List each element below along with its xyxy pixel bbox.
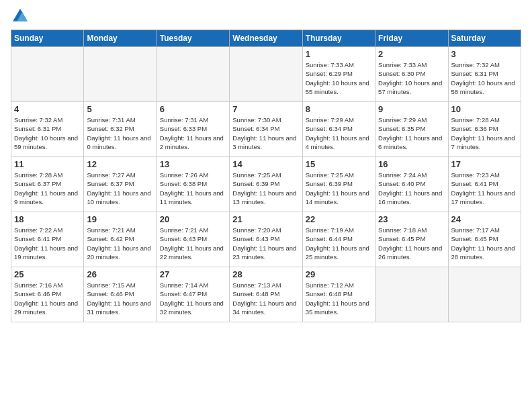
day-info: Sunrise: 7:17 AM Sunset: 6:45 PM Dayligh… — [451, 226, 518, 261]
calendar-cell: 6Sunrise: 7:31 AM Sunset: 6:33 PM Daylig… — [157, 102, 229, 157]
calendar-cell: 8Sunrise: 7:29 AM Sunset: 6:34 PM Daylig… — [302, 102, 375, 157]
day-info: Sunrise: 7:25 AM Sunset: 6:39 PM Dayligh… — [232, 171, 299, 206]
day-info: Sunrise: 7:16 AM Sunset: 6:46 PM Dayligh… — [14, 281, 81, 316]
day-info: Sunrise: 7:27 AM Sunset: 6:37 PM Dayligh… — [87, 171, 153, 206]
calendar-cell: 18Sunrise: 7:22 AM Sunset: 6:41 PM Dayli… — [11, 212, 84, 267]
day-number: 20 — [160, 214, 226, 224]
day-info: Sunrise: 7:31 AM Sunset: 6:32 PM Dayligh… — [87, 116, 153, 151]
calendar-cell: 24Sunrise: 7:17 AM Sunset: 6:45 PM Dayli… — [448, 212, 521, 267]
col-header-wednesday: Wednesday — [230, 30, 302, 47]
day-info: Sunrise: 7:19 AM Sunset: 6:44 PM Dayligh… — [306, 226, 372, 261]
calendar-cell: 26Sunrise: 7:15 AM Sunset: 6:46 PM Dayli… — [84, 267, 157, 322]
day-number: 15 — [306, 159, 372, 169]
calendar-cell: 1Sunrise: 7:33 AM Sunset: 6:29 PM Daylig… — [302, 47, 375, 102]
day-number: 9 — [378, 104, 445, 114]
calendar-cell: 11Sunrise: 7:28 AM Sunset: 6:37 PM Dayli… — [11, 157, 84, 212]
day-number: 27 — [160, 269, 226, 279]
day-number: 28 — [232, 269, 299, 279]
day-info: Sunrise: 7:18 AM Sunset: 6:45 PM Dayligh… — [378, 226, 445, 261]
calendar-cell — [11, 47, 84, 102]
day-info: Sunrise: 7:33 AM Sunset: 6:29 PM Dayligh… — [306, 60, 372, 96]
calendar-cell: 3Sunrise: 7:32 AM Sunset: 6:31 PM Daylig… — [448, 47, 521, 102]
day-number: 19 — [87, 214, 153, 224]
day-number: 21 — [232, 214, 299, 224]
calendar-cell: 16Sunrise: 7:24 AM Sunset: 6:40 PM Dayli… — [375, 157, 448, 212]
week-row-1: 4Sunrise: 7:32 AM Sunset: 6:31 PM Daylig… — [11, 102, 521, 157]
day-number: 11 — [14, 159, 81, 169]
day-info: Sunrise: 7:29 AM Sunset: 6:34 PM Dayligh… — [306, 116, 372, 151]
day-info: Sunrise: 7:26 AM Sunset: 6:38 PM Dayligh… — [160, 171, 226, 206]
calendar-cell: 17Sunrise: 7:23 AM Sunset: 6:41 PM Dayli… — [448, 157, 521, 212]
day-info: Sunrise: 7:29 AM Sunset: 6:35 PM Dayligh… — [378, 116, 445, 151]
day-number: 23 — [378, 214, 445, 224]
day-number: 5 — [87, 104, 153, 114]
col-header-friday: Friday — [375, 30, 448, 47]
calendar-cell: 15Sunrise: 7:25 AM Sunset: 6:39 PM Dayli… — [302, 157, 375, 212]
day-info: Sunrise: 7:28 AM Sunset: 6:36 PM Dayligh… — [451, 116, 518, 151]
calendar-cell: 10Sunrise: 7:28 AM Sunset: 6:36 PM Dayli… — [448, 102, 521, 157]
day-info: Sunrise: 7:32 AM Sunset: 6:31 PM Dayligh… — [451, 60, 518, 96]
day-number: 14 — [232, 159, 299, 169]
day-info: Sunrise: 7:23 AM Sunset: 6:41 PM Dayligh… — [451, 171, 518, 206]
calendar-cell: 21Sunrise: 7:20 AM Sunset: 6:43 PM Dayli… — [230, 212, 302, 267]
col-header-sunday: Sunday — [11, 30, 84, 47]
day-info: Sunrise: 7:28 AM Sunset: 6:37 PM Dayligh… — [14, 171, 81, 206]
day-number: 26 — [87, 269, 153, 279]
day-info: Sunrise: 7:13 AM Sunset: 6:48 PM Dayligh… — [232, 281, 299, 316]
calendar-cell — [230, 47, 302, 102]
calendar-cell: 9Sunrise: 7:29 AM Sunset: 6:35 PM Daylig… — [375, 102, 448, 157]
calendar-table: SundayMondayTuesdayWednesdayThursdayFrid… — [11, 30, 521, 322]
calendar-cell — [375, 267, 448, 322]
calendar-cell: 5Sunrise: 7:31 AM Sunset: 6:32 PM Daylig… — [84, 102, 157, 157]
day-info: Sunrise: 7:32 AM Sunset: 6:31 PM Dayligh… — [14, 116, 81, 151]
logo — [11, 7, 32, 26]
col-header-monday: Monday — [84, 30, 157, 47]
calendar-cell: 29Sunrise: 7:12 AM Sunset: 6:48 PM Dayli… — [302, 267, 375, 322]
calendar-cell: 22Sunrise: 7:19 AM Sunset: 6:44 PM Dayli… — [302, 212, 375, 267]
day-info: Sunrise: 7:21 AM Sunset: 6:42 PM Dayligh… — [87, 226, 153, 261]
day-number: 16 — [378, 159, 445, 169]
logo-icon — [11, 7, 30, 26]
day-info: Sunrise: 7:33 AM Sunset: 6:30 PM Dayligh… — [378, 60, 445, 96]
calendar-cell: 12Sunrise: 7:27 AM Sunset: 6:37 PM Dayli… — [84, 157, 157, 212]
day-number: 13 — [160, 159, 226, 169]
day-info: Sunrise: 7:21 AM Sunset: 6:43 PM Dayligh… — [160, 226, 226, 261]
calendar-cell: 7Sunrise: 7:30 AM Sunset: 6:34 PM Daylig… — [230, 102, 302, 157]
day-number: 25 — [14, 269, 81, 279]
day-number: 1 — [306, 49, 372, 59]
day-number: 3 — [451, 49, 518, 59]
week-row-4: 25Sunrise: 7:16 AM Sunset: 6:46 PM Dayli… — [11, 267, 521, 322]
day-info: Sunrise: 7:24 AM Sunset: 6:40 PM Dayligh… — [378, 171, 445, 206]
day-number: 18 — [14, 214, 81, 224]
day-info: Sunrise: 7:22 AM Sunset: 6:41 PM Dayligh… — [14, 226, 81, 261]
calendar-cell: 4Sunrise: 7:32 AM Sunset: 6:31 PM Daylig… — [11, 102, 84, 157]
calendar-cell: 13Sunrise: 7:26 AM Sunset: 6:38 PM Dayli… — [157, 157, 229, 212]
day-number: 17 — [451, 159, 518, 169]
calendar-cell: 19Sunrise: 7:21 AM Sunset: 6:42 PM Dayli… — [84, 212, 157, 267]
calendar-page: SundayMondayTuesdayWednesdayThursdayFrid… — [0, 0, 532, 411]
day-info: Sunrise: 7:15 AM Sunset: 6:46 PM Dayligh… — [87, 281, 153, 316]
day-info: Sunrise: 7:25 AM Sunset: 6:39 PM Dayligh… — [306, 171, 372, 206]
day-info: Sunrise: 7:12 AM Sunset: 6:48 PM Dayligh… — [306, 281, 372, 316]
day-number: 8 — [306, 104, 372, 114]
day-number: 29 — [306, 269, 372, 279]
calendar-cell — [157, 47, 229, 102]
header-row: SundayMondayTuesdayWednesdayThursdayFrid… — [11, 30, 521, 47]
day-info: Sunrise: 7:31 AM Sunset: 6:33 PM Dayligh… — [160, 116, 226, 151]
calendar-cell: 23Sunrise: 7:18 AM Sunset: 6:45 PM Dayli… — [375, 212, 448, 267]
col-header-tuesday: Tuesday — [157, 30, 229, 47]
day-number: 6 — [160, 104, 226, 114]
calendar-cell: 27Sunrise: 7:14 AM Sunset: 6:47 PM Dayli… — [157, 267, 229, 322]
day-number: 22 — [306, 214, 372, 224]
header — [11, 7, 521, 26]
day-number: 12 — [87, 159, 153, 169]
week-row-3: 18Sunrise: 7:22 AM Sunset: 6:41 PM Dayli… — [11, 212, 521, 267]
calendar-cell — [84, 47, 157, 102]
calendar-cell: 20Sunrise: 7:21 AM Sunset: 6:43 PM Dayli… — [157, 212, 229, 267]
day-info: Sunrise: 7:30 AM Sunset: 6:34 PM Dayligh… — [232, 116, 299, 151]
calendar-cell — [448, 267, 521, 322]
week-row-2: 11Sunrise: 7:28 AM Sunset: 6:37 PM Dayli… — [11, 157, 521, 212]
day-number: 4 — [14, 104, 81, 114]
day-number: 7 — [232, 104, 299, 114]
col-header-saturday: Saturday — [448, 30, 521, 47]
